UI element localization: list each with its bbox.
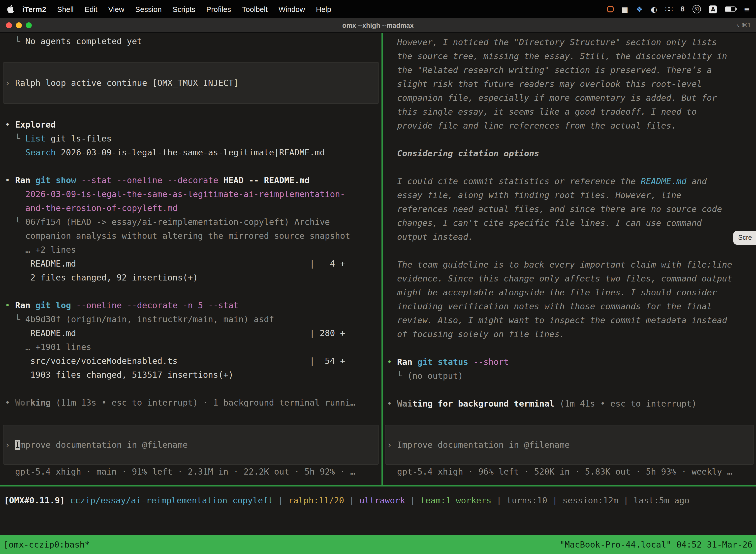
menu-bar-status-icons: ▦❖◐∷∷861A≡ (607, 5, 750, 14)
terminal-line (5, 159, 381, 173)
window-title-bar[interactable]: omx --xhigh --madmax ⌥⌘1 (0, 18, 756, 33)
terminal-line: gpt-5.4 xhigh · 96% left · 520K in · 5.8… (387, 465, 756, 479)
grid-icon[interactable]: ▦ (622, 5, 628, 13)
terminal-line: might be acceptable alongside the file l… (387, 285, 756, 299)
terminal-line: and-the-erosion-of-copyleft.md (5, 201, 381, 215)
menu-shell[interactable]: Shell (52, 5, 79, 13)
terminal-line: • Ran git show --stat --oneline --decora… (5, 173, 381, 187)
terminal-line: companion file, especially if more comme… (387, 91, 756, 105)
terminal-line (5, 48, 381, 62)
menu-session[interactable]: Session (130, 5, 167, 13)
ralph-loop-text: › Ralph loop active continue [OMX_TMUX_I… (5, 76, 239, 90)
terminal-line: • Ran git log --oneline --decorate -n 5 … (5, 298, 381, 312)
screen-recording-indicator[interactable] (607, 6, 614, 12)
terminal-line: the source tree, missing the essay. Stil… (387, 49, 756, 63)
terminal-line: provide file and line references from th… (387, 119, 756, 132)
terminal-line: └ List git ls-files (5, 131, 381, 146)
terminal-line: gpt-5.4 xhigh · main · 91% left · 2.31M … (5, 465, 381, 479)
menu-help[interactable]: Help (311, 5, 337, 13)
terminal-line (387, 244, 756, 258)
terminal-line: … +1901 lines (5, 340, 381, 354)
terminal-line: 2 files changed, 92 insertions(+) (5, 271, 381, 284)
pane-container: └ No agents completed yet › Ralph loop a… (0, 33, 756, 485)
apple-menu[interactable] (7, 5, 14, 13)
right-pane[interactable]: However, I noticed the "Directory Struct… (383, 33, 756, 485)
terminal-line: review. Also, I might want to inspect th… (387, 313, 756, 327)
screen: iTerm2ShellEditViewSessionScriptsProfile… (0, 0, 756, 554)
left-prompt-input[interactable]: › Improve documentation in @filename (3, 425, 379, 465)
zoom-button[interactable] (26, 22, 32, 28)
terminal-line: README.md | 4 + (5, 257, 381, 271)
terminal-line: 1903 files changed, 513517 insertions(+) (5, 368, 381, 382)
right-prompt-text: › Improve documentation in @filename (387, 438, 570, 452)
contrast-circle-icon[interactable]: ◐ (650, 5, 657, 14)
screen-share-toast[interactable]: Scre (733, 231, 756, 245)
terminal-line: └ 4b9d30f (origin/main, instructkr/main,… (5, 312, 381, 326)
terminal-line: However, I noticed the "Directory Struct… (387, 35, 756, 49)
window-shortcut-badge: ⌥⌘1 (735, 22, 756, 29)
terminal-line (387, 383, 756, 397)
window-title: omx --xhigh --madmax (0, 21, 756, 29)
letter-a-badge[interactable]: A (709, 5, 717, 13)
terminal-line: └ No agents completed yet (5, 34, 381, 48)
left-pane[interactable]: └ No agents completed yet › Ralph loop a… (0, 33, 381, 485)
battery-percent-badge[interactable]: 61 (693, 5, 701, 13)
terminal-line: └ (no output) (387, 369, 756, 383)
close-button[interactable] (6, 22, 12, 28)
terminal-line: output instead. (387, 230, 756, 244)
menu-iterm2[interactable]: iTerm2 (17, 5, 52, 13)
terminal-line: • Ran git status --short (387, 355, 756, 369)
minimize-button[interactable] (16, 22, 22, 28)
tmux-host-time-label: "MacBook-Pro-44.local" 04:52 31-Mar-26 (560, 539, 753, 549)
left-prompt-text: › Improve documentation in @filename (5, 438, 188, 452)
menu-edit[interactable]: Edit (79, 5, 103, 13)
tmux-status-bar: [omx-cczip0:bash* "MacBook-Pro-44.local"… (0, 535, 756, 554)
right-prompt-input[interactable]: › Improve documentation in @filename (385, 425, 754, 465)
terminal-line: evidence. Since this change only affects… (387, 272, 756, 285)
terminal-line: companion analysis without altering the … (5, 229, 381, 243)
terminal-line: 2026-03-09-is-legal-the-same-as-legitima… (5, 187, 381, 201)
terminal-line: of focusing solely on file lines. (387, 327, 756, 341)
menu-items: iTerm2ShellEditViewSessionScriptsProfile… (17, 5, 336, 13)
menu-view[interactable]: View (103, 5, 130, 13)
right-model-status: gpt-5.4 xhigh · 96% left · 520K in · 5.8… (387, 465, 756, 479)
terminal-line: changes, I can't cite specific file line… (387, 216, 756, 230)
omx-status-bar: [OMX#0.11.9] cczip/essay/ai-reimplementa… (0, 487, 756, 507)
terminal-line: src/voice/voiceModeEnabled.ts | 54 + (5, 354, 381, 368)
terminal-line: this single essay, it seems like a good … (387, 105, 756, 119)
left-model-status: gpt-5.4 xhigh · main · 91% left · 2.31M … (5, 465, 381, 479)
control-center-icon[interactable]: ≡ (744, 5, 750, 14)
terminal-line: essay file, along with finding root file… (387, 188, 756, 202)
terminal-line: • Waiting for background terminal (1m 41… (387, 397, 756, 410)
key-icon[interactable]: 8 (680, 5, 685, 13)
ralph-loop-banner: › Ralph loop active continue [OMX_TMUX_I… (3, 62, 379, 104)
terminal-line: › Ralph loop active continue [OMX_TMUX_I… (5, 76, 239, 90)
terminal: └ No agents completed yet › Ralph loop a… (0, 33, 756, 554)
terminal-line: … +2 lines (5, 243, 381, 257)
terminal-line (5, 382, 381, 396)
terminal-line: the "Related research writing" section i… (387, 63, 756, 77)
menu-window[interactable]: Window (273, 5, 311, 13)
terminal-line: including verification notes with those … (387, 299, 756, 313)
terminal-line: I could cite commit statistics or refere… (387, 174, 756, 188)
menu-scripts[interactable]: Scripts (167, 5, 201, 13)
right-pane-scrollback: However, I noticed the "Directory Struct… (387, 35, 756, 410)
tmux-session-label: [omx-cczip0:bash* (3, 539, 90, 549)
terminal-line (5, 284, 381, 298)
terminal-line: Search 2026-03-09-is-legal-the-same-as-l… (5, 146, 381, 159)
terminal-line: • Working (11m 13s • esc to interrupt) ·… (5, 396, 381, 409)
terminal-line: └ 067f154 (HEAD -> essay/ai-reimplementa… (5, 215, 381, 229)
shield-icon[interactable]: ❖ (636, 5, 643, 14)
terminal-line: › Improve documentation in @filename (5, 438, 188, 452)
terminal-line: references need actual files, and since … (387, 202, 756, 216)
menu-toolbelt[interactable]: Toolbelt (237, 5, 273, 13)
battery-icon[interactable] (725, 6, 736, 12)
menu-profiles[interactable]: Profiles (201, 5, 237, 13)
dots-grid-icon[interactable]: ∷∷ (665, 5, 673, 13)
terminal-line: slight risk that future readers may over… (387, 77, 756, 91)
left-pane-scrollback-top: └ No agents completed yet (5, 34, 381, 62)
terminal-line: README.md | 280 + (5, 326, 381, 340)
traffic-lights (0, 22, 32, 28)
terminal-line: [OMX#0.11.9] cczip/essay/ai-reimplementa… (4, 493, 756, 507)
terminal-line: • Explored (5, 118, 381, 131)
